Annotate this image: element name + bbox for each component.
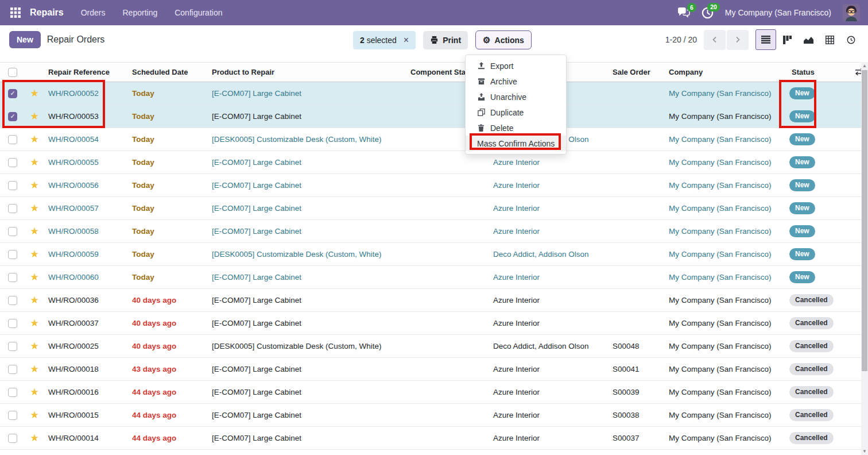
menu-reporting[interactable]: Reporting: [123, 8, 158, 17]
sale-order-cell[interactable]: [608, 312, 664, 335]
sale-order-cell[interactable]: S00039: [608, 381, 664, 404]
sale-order-cell[interactable]: S00041: [608, 358, 664, 381]
repair-reference-cell[interactable]: WH/RO/00054: [44, 128, 127, 151]
product-cell[interactable]: [DESK0005] Customizable Desk (Custom, Wh…: [207, 243, 406, 266]
customer-cell[interactable]: Deco Addict, Addison Olson: [489, 243, 608, 266]
product-cell[interactable]: [E-COM07] Large Cabinet: [207, 220, 406, 243]
menu-orders[interactable]: Orders: [81, 8, 106, 17]
repair-reference-cell[interactable]: WH/RO/00018: [44, 358, 127, 381]
customer-cell[interactable]: Azure Interior: [489, 289, 608, 312]
repair-reference-cell[interactable]: WH/RO/00016: [44, 381, 127, 404]
column-header-status[interactable]: Status: [787, 63, 850, 82]
favorite-star-icon[interactable]: ★: [30, 433, 38, 444]
company-cell[interactable]: My Company (San Francisco): [664, 128, 787, 151]
row-checkbox[interactable]: [8, 365, 17, 374]
app-name[interactable]: Repairs: [30, 7, 64, 18]
favorite-star-icon[interactable]: ★: [30, 295, 38, 306]
vertical-scrollbar[interactable]: ▲ ▼: [861, 62, 868, 455]
sale-order-cell[interactable]: [608, 266, 664, 289]
table-row[interactable]: ★ WH/RO/00025 40 days ago [DESK0005] Cus…: [0, 335, 868, 358]
company-cell[interactable]: My Company (San Francisco): [664, 358, 787, 381]
row-checkbox[interactable]: [8, 181, 17, 190]
table-row[interactable]: ★ WH/RO/00058 Today [E-COM07] Large Cabi…: [0, 220, 868, 243]
row-checkbox[interactable]: [8, 273, 17, 282]
table-row[interactable]: ★ WH/RO/00014 44 days ago [E-COM07] Larg…: [0, 427, 868, 450]
favorite-star-icon[interactable]: ★: [30, 203, 38, 214]
favorite-star-icon[interactable]: ★: [30, 318, 38, 329]
company-cell[interactable]: My Company (San Francisco): [664, 335, 787, 358]
company-cell[interactable]: My Company (San Francisco): [664, 427, 787, 450]
pivot-view-button[interactable]: [819, 29, 840, 50]
customer-cell[interactable]: Azure Interior: [489, 197, 608, 220]
column-header-sale-order[interactable]: Sale Order: [608, 63, 664, 82]
row-checkbox[interactable]: [8, 342, 17, 351]
column-header-scheduled-date[interactable]: Scheduled Date: [127, 63, 207, 82]
table-row[interactable]: ★ WH/RO/00055 Today [E-COM07] Large Cabi…: [0, 151, 868, 174]
activity-view-button[interactable]: [840, 29, 861, 50]
row-checkbox[interactable]: [8, 158, 17, 167]
favorite-star-icon[interactable]: ★: [30, 249, 38, 260]
favorite-star-icon[interactable]: ★: [30, 88, 38, 99]
row-checkbox[interactable]: [8, 250, 17, 259]
row-checkbox[interactable]: [8, 388, 17, 397]
row-checkbox[interactable]: ✓: [8, 89, 17, 98]
customer-cell[interactable]: Azure Interior: [489, 404, 608, 427]
favorite-star-icon[interactable]: ★: [30, 410, 38, 421]
company-cell[interactable]: My Company (San Francisco): [664, 266, 787, 289]
product-cell[interactable]: [E-COM07] Large Cabinet: [207, 404, 406, 427]
product-cell[interactable]: [E-COM07] Large Cabinet: [207, 197, 406, 220]
sale-order-cell[interactable]: [608, 105, 664, 128]
company-cell[interactable]: My Company (San Francisco): [664, 243, 787, 266]
customer-cell[interactable]: Azure Interior: [489, 220, 608, 243]
product-cell[interactable]: [E-COM07] Large Cabinet: [207, 105, 406, 128]
user-company-label[interactable]: My Company (San Francisco): [725, 8, 831, 17]
menu-item-archive[interactable]: Archive: [466, 74, 566, 89]
table-row[interactable]: ★ WH/RO/00060 Today [E-COM07] Large Cabi…: [0, 266, 868, 289]
row-checkbox[interactable]: [8, 411, 17, 420]
actions-button[interactable]: ⚙ Actions: [475, 30, 532, 49]
company-cell[interactable]: My Company (San Francisco): [664, 174, 787, 197]
customer-cell[interactable]: Azure Interior: [489, 266, 608, 289]
column-header-product[interactable]: Product to Repair: [207, 63, 406, 82]
sale-order-cell[interactable]: [608, 220, 664, 243]
row-checkbox[interactable]: ✓: [8, 112, 17, 121]
company-cell[interactable]: My Company (San Francisco): [664, 151, 787, 174]
repair-reference-cell[interactable]: WH/RO/00058: [44, 220, 127, 243]
row-checkbox[interactable]: [8, 296, 17, 305]
customer-cell[interactable]: Azure Interior: [489, 381, 608, 404]
scroll-up-icon[interactable]: ▲: [861, 63, 868, 68]
column-header-company[interactable]: Company: [664, 63, 787, 82]
favorite-star-icon[interactable]: ★: [30, 364, 38, 375]
repair-reference-cell[interactable]: WH/RO/00055: [44, 151, 127, 174]
table-row[interactable]: ★ WH/RO/00059 Today [DESK0005] Customiza…: [0, 243, 868, 266]
sale-order-cell[interactable]: [608, 82, 664, 105]
company-cell[interactable]: My Company (San Francisco): [664, 105, 787, 128]
company-cell[interactable]: My Company (San Francisco): [664, 289, 787, 312]
close-icon[interactable]: ×: [404, 36, 409, 45]
repair-reference-cell[interactable]: WH/RO/00025: [44, 335, 127, 358]
scroll-down-icon[interactable]: ▼: [861, 449, 868, 454]
favorite-star-icon[interactable]: ★: [30, 387, 38, 398]
product-cell[interactable]: [E-COM07] Large Cabinet: [207, 266, 406, 289]
messages-button[interactable]: 6: [677, 7, 690, 18]
table-row[interactable]: ★ WH/RO/00056 Today [E-COM07] Large Cabi…: [0, 174, 868, 197]
row-checkbox[interactable]: [8, 227, 17, 236]
table-row[interactable]: ★ WH/RO/00054 Today [DESK0005] Customiza…: [0, 128, 868, 151]
sale-order-cell[interactable]: S00037: [608, 427, 664, 450]
select-all-checkbox[interactable]: [8, 68, 17, 77]
company-cell[interactable]: My Company (San Francisco): [664, 381, 787, 404]
favorite-star-icon[interactable]: ★: [30, 157, 38, 168]
repair-reference-cell[interactable]: WH/RO/00014: [44, 427, 127, 450]
favorite-star-icon[interactable]: ★: [30, 180, 38, 191]
product-cell[interactable]: [DESK0005] Customizable Desk (Custom, Wh…: [207, 335, 406, 358]
new-button[interactable]: New: [9, 31, 41, 48]
favorite-star-icon[interactable]: ★: [30, 272, 38, 283]
customer-cell[interactable]: Azure Interior: [489, 174, 608, 197]
product-cell[interactable]: [E-COM07] Large Cabinet: [207, 358, 406, 381]
product-cell[interactable]: [E-COM07] Large Cabinet: [207, 82, 406, 105]
activities-button[interactable]: 20: [702, 7, 714, 19]
row-checkbox[interactable]: [8, 204, 17, 213]
sale-order-cell[interactable]: S00048: [608, 335, 664, 358]
product-cell[interactable]: [E-COM07] Large Cabinet: [207, 312, 406, 335]
customer-cell[interactable]: Azure Interior: [489, 427, 608, 450]
